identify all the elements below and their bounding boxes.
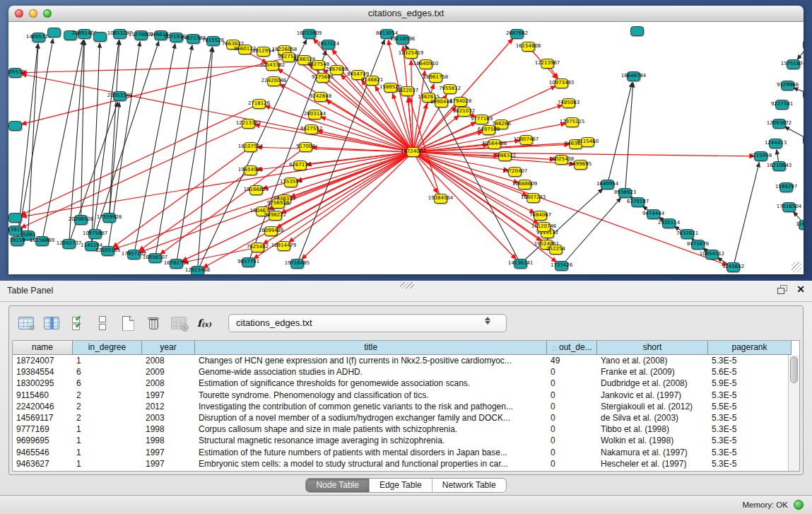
graph-node[interactable]: 9245652 xyxy=(726,262,740,272)
table-cell[interactable]: 1 xyxy=(73,447,142,458)
graph-node[interactable]: 8822037 xyxy=(401,86,414,96)
table-cell[interactable]: Embryonic stem cells: a model to study s… xyxy=(195,458,547,469)
table-cell[interactable]: 0 xyxy=(547,435,597,446)
table-cell[interactable]: 0 xyxy=(547,412,597,424)
table-cell[interactable]: 1998 xyxy=(142,424,195,435)
graph-node[interactable]: 8471676 xyxy=(691,240,705,250)
graph-node[interactable]: 16782759 xyxy=(170,259,183,269)
graph-node[interactable] xyxy=(8,213,22,223)
table-cell[interactable]: Investigating the contribution of common… xyxy=(195,401,547,412)
graph-node[interactable]: 10807467 xyxy=(519,135,533,145)
table-cell[interactable]: 9115460 xyxy=(13,390,73,401)
graph-node[interactable]: 917004 xyxy=(299,142,312,152)
table-cell[interactable]: 5.3E-5 xyxy=(708,390,792,401)
table-cell[interactable]: 0 xyxy=(547,401,597,412)
graph-node[interactable]: 16961758 xyxy=(429,73,442,83)
table-cell[interactable]: 5.5E-5 xyxy=(708,401,792,412)
graph-node[interactable] xyxy=(803,89,804,99)
network-window-titlebar[interactable]: citations_edges.txt xyxy=(8,6,804,22)
graph-node[interactable]: 9756928 xyxy=(271,199,285,209)
graph-node[interactable]: 9242848 xyxy=(314,92,327,102)
graph-node[interactable]: 12505185 xyxy=(101,246,114,256)
column-header-pagerank[interactable]: pagerank xyxy=(708,341,792,355)
graph-node[interactable]: 22420046 xyxy=(267,76,281,86)
table-row[interactable]: 911546021997Tourette syndrome. Phenomeno… xyxy=(13,390,799,401)
graph-node[interactable] xyxy=(630,26,644,36)
graph-node[interactable]: 9498222 xyxy=(269,211,282,221)
table-cell[interactable]: 9465546 xyxy=(13,447,73,458)
graph-node[interactable]: 10654112 xyxy=(705,250,719,259)
graph-node[interactable]: 20891406 xyxy=(78,29,91,39)
table-cell[interactable]: 2003 xyxy=(142,412,195,424)
graph-node[interactable] xyxy=(47,28,61,37)
table-cell[interactable]: 5.6E-5 xyxy=(708,366,792,378)
table-cell[interactable]: 0 xyxy=(547,390,597,401)
graph-node[interactable]: 16154808 xyxy=(522,42,535,52)
graph-node[interactable]: 10543382 xyxy=(266,61,279,71)
graph-node[interactable]: 9777169 xyxy=(475,115,488,124)
table-cell[interactable]: 5.3E-5 xyxy=(708,435,792,446)
graph-node[interactable]: 19654923 xyxy=(244,165,257,175)
graph-node[interactable]: 8912954 xyxy=(257,47,270,57)
table-cell[interactable]: 0 xyxy=(547,366,597,378)
table-select-dropdown[interactable]: citations_edges.txt xyxy=(228,314,507,332)
table-row[interactable]: 2242004622012Investigating the contribut… xyxy=(13,401,799,412)
table-cell[interactable]: Disruption of a novel member of a sodium… xyxy=(195,412,547,424)
graph-node[interactable]: 12213967 xyxy=(541,59,554,69)
graph-node[interactable]: 9474444 xyxy=(647,209,660,219)
graph-node[interactable]: 1353594 xyxy=(284,177,298,187)
graph-node[interactable]: 11156869 xyxy=(35,236,49,246)
table-row[interactable]: 1872400712008Changes of HCN gene express… xyxy=(13,355,799,366)
graph-node[interactable]: 39159 xyxy=(11,236,24,246)
table-cell[interactable]: 1 xyxy=(73,435,142,446)
graph-node[interactable]: 205510 xyxy=(8,68,22,78)
table-cell[interactable]: 18300295 xyxy=(13,378,73,389)
table-cell[interactable]: Jankovic et al. (1997) xyxy=(597,390,708,401)
graph-node[interactable]: 19384554 xyxy=(434,194,447,204)
table-cell[interactable]: 5.3E-5 xyxy=(708,412,792,424)
graph-node[interactable]: 19218596 xyxy=(396,35,409,45)
table-cell[interactable]: 49 xyxy=(547,355,597,366)
table-cell[interactable]: Franke et al. (2009) xyxy=(597,366,708,378)
graph-node[interactable]: 9621032 xyxy=(457,107,471,117)
float-panel-icon[interactable] xyxy=(777,285,788,294)
graph-node[interactable]: 10688609 xyxy=(518,180,531,189)
graph-node[interactable]: 9857791 xyxy=(242,257,255,267)
graph-node[interactable]: 1244413 xyxy=(769,139,782,148)
table-cell[interactable]: 0 xyxy=(547,424,597,435)
column-header-in_degree[interactable]: in_degree xyxy=(73,341,142,355)
graph-node[interactable] xyxy=(8,121,22,131)
table-cell[interactable]: 2009 xyxy=(142,366,195,378)
table-cell[interactable]: 5.3E-5 xyxy=(708,447,792,458)
graph-node[interactable]: 12042737 xyxy=(62,239,76,249)
graph-node[interactable]: 8215958 xyxy=(754,151,767,161)
table-cell[interactable]: 1997 xyxy=(142,390,195,401)
table-cell[interactable]: 19384554 xyxy=(13,366,73,378)
graph-node[interactable]: 2803144 xyxy=(308,110,322,119)
graph-node[interactable]: 9827548 xyxy=(312,60,325,70)
graph-node[interactable]: 15276002 xyxy=(134,30,148,40)
graph-node[interactable]: 17957252 xyxy=(127,250,141,259)
table-cell[interactable]: Corpus callosum shape and size in male p… xyxy=(195,424,547,435)
graph-node[interactable]: 15751874 xyxy=(787,59,800,69)
table-cell[interactable]: 1 xyxy=(73,355,142,366)
graph-node[interactable]: 16914479 xyxy=(277,241,290,251)
table-row[interactable]: 946554611997Estimation of the future num… xyxy=(13,447,799,458)
table-cell[interactable]: 14569117 xyxy=(13,412,73,424)
graph-node[interactable]: 17016504 xyxy=(782,202,796,212)
table-cell[interactable]: 9463627 xyxy=(13,458,73,469)
table-cell[interactable]: 0 xyxy=(547,378,597,389)
column-header-year[interactable]: year xyxy=(142,341,195,355)
table-row[interactable]: 977716911998Corpus callosum shape and si… xyxy=(13,424,799,435)
table-cell[interactable]: Stergiakouli et al. (2012) xyxy=(597,401,708,412)
graph-node[interactable]: 2687682 xyxy=(510,29,524,39)
tab-edge-table[interactable]: Edge Table xyxy=(370,479,433,492)
graph-node[interactable]: 2935114 xyxy=(662,218,676,228)
graph-node[interactable]: 9146821 xyxy=(365,76,379,86)
graph-node[interactable]: 9375685 xyxy=(316,73,329,83)
graph-node[interactable]: 252254 xyxy=(549,245,563,255)
table-cell[interactable]: Changes of HCN gene expression and I(f) … xyxy=(195,355,547,366)
graph-node[interactable]: 6379197 xyxy=(631,197,645,207)
table-cell[interactable]: Tibbo et al. (1998) xyxy=(597,424,708,435)
table-cell[interactable]: 6 xyxy=(73,378,142,389)
